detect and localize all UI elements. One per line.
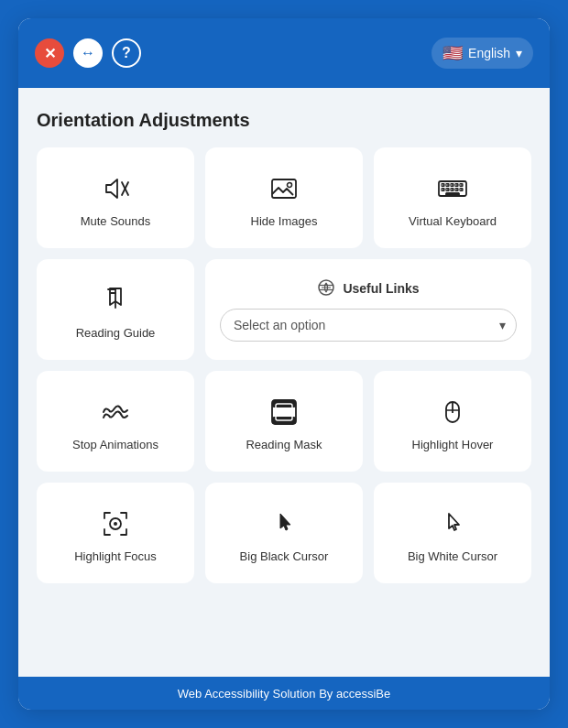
back-button[interactable]: ↔ bbox=[73, 38, 103, 68]
card-label: Big Black Cursor bbox=[240, 549, 329, 563]
reading-guide-icon bbox=[99, 284, 132, 317]
card-big-white-cursor[interactable]: Big White Cursor bbox=[374, 483, 531, 583]
card-virtual-keyboard[interactable]: Virtual Keyboard bbox=[374, 147, 531, 248]
card-stop-animations[interactable]: Stop Animations bbox=[37, 371, 194, 472]
card-label: Stop Animations bbox=[72, 438, 158, 451]
language-label: English bbox=[468, 46, 510, 60]
useful-links-card: Useful Links Select an option Google Wik… bbox=[205, 259, 531, 360]
highlight-focus-icon bbox=[99, 507, 132, 540]
useful-links-text: Useful Links bbox=[343, 281, 419, 296]
card-reading-guide[interactable]: Reading Guide bbox=[37, 259, 194, 360]
card-label: Mute Sounds bbox=[81, 214, 151, 228]
useful-links-icon bbox=[317, 278, 335, 299]
big-black-cursor-icon bbox=[268, 507, 300, 540]
titlebar-left: ✕ ↔ ? bbox=[35, 38, 141, 68]
card-label: Big White Cursor bbox=[408, 549, 497, 563]
chevron-down-icon: ▾ bbox=[516, 46, 522, 60]
language-button[interactable]: 🇺🇸 English ▾ bbox=[431, 38, 533, 69]
titlebar: ✕ ↔ ? 🇺🇸 English ▾ bbox=[18, 18, 550, 88]
cards-grid: Mute Sounds Hide Images bbox=[37, 147, 531, 583]
card-mute-sounds[interactable]: Mute Sounds bbox=[37, 147, 194, 248]
back-icon: ↔ bbox=[81, 45, 95, 61]
mute-sounds-icon bbox=[99, 172, 132, 205]
card-highlight-focus[interactable]: Highlight Focus bbox=[37, 483, 194, 583]
svg-point-3 bbox=[288, 182, 292, 187]
stop-animations-icon bbox=[99, 396, 132, 429]
useful-links-select[interactable]: Select an option Google Wikipedia Access… bbox=[220, 309, 517, 342]
virtual-keyboard-icon bbox=[436, 172, 469, 205]
useful-links-select-wrapper: Select an option Google Wikipedia Access… bbox=[220, 309, 517, 342]
useful-links-title: Useful Links bbox=[317, 278, 419, 299]
content-area: Orientation Adjustments Mute Sounds bbox=[18, 88, 550, 677]
help-button[interactable]: ? bbox=[112, 38, 141, 68]
footer-text: Web Accessibility Solution By accessiBe bbox=[178, 687, 390, 701]
card-label: Reading Guide bbox=[76, 326, 156, 340]
big-white-cursor-icon bbox=[436, 507, 469, 540]
reading-mask-icon bbox=[268, 396, 300, 429]
card-label: Highlight Focus bbox=[74, 549, 157, 563]
section-title: Orientation Adjustments bbox=[37, 110, 531, 131]
card-label: Hide Images bbox=[251, 214, 318, 228]
card-label: Virtual Keyboard bbox=[409, 214, 497, 228]
card-reading-mask[interactable]: Reading Mask bbox=[205, 371, 363, 472]
flag-icon: 🇺🇸 bbox=[442, 43, 463, 63]
main-window: ✕ ↔ ? 🇺🇸 English ▾ Orientation Adjustmen… bbox=[18, 18, 550, 710]
card-label: Reading Mask bbox=[246, 438, 322, 451]
svg-point-38 bbox=[114, 522, 117, 526]
footer: Web Accessibility Solution By accessiBe bbox=[18, 677, 550, 710]
hide-images-icon bbox=[268, 172, 300, 205]
highlight-hover-icon bbox=[436, 396, 469, 429]
close-button[interactable]: ✕ bbox=[35, 38, 64, 68]
card-label: Highlight Hover bbox=[412, 438, 494, 451]
card-highlight-hover[interactable]: Highlight Hover bbox=[374, 371, 531, 472]
card-big-black-cursor[interactable]: Big Black Cursor bbox=[205, 483, 363, 583]
card-hide-images[interactable]: Hide Images bbox=[205, 147, 363, 248]
